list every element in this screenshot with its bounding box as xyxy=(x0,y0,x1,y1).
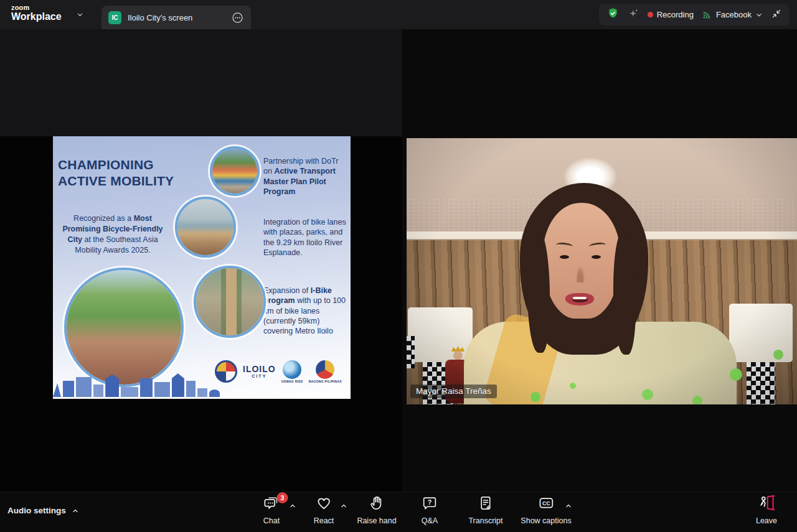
qa-icon: ? xyxy=(422,495,438,514)
tab-iloilo-city-screen[interactable]: IC Iloilo City's screen xyxy=(101,6,251,29)
chat-unread-badge: 3 xyxy=(277,492,288,503)
react-chevron-up-icon[interactable] xyxy=(340,501,347,512)
heart-react-icon xyxy=(316,495,332,514)
city-skyline-graphic xyxy=(53,368,220,397)
slide-point-dotr-partnership: Partnership with DoTr on Active Transpor… xyxy=(263,156,347,197)
slide-intro-text: Recognized as a Most Promising Bicycle-F… xyxy=(58,213,167,256)
show-captions-label: Show captions xyxy=(521,516,571,525)
show-captions-button[interactable]: CC Show captions xyxy=(521,497,571,525)
bagong-pilipinas-logo: BAGONG PILIPINAS xyxy=(309,360,342,383)
facebook-label: Facebook xyxy=(716,10,752,19)
iloilo-city-seal-logo xyxy=(215,360,237,383)
recording-dot-icon xyxy=(648,12,653,17)
workplace-wordmark: Workplace xyxy=(11,12,62,22)
raise-hand-button[interactable]: Raise hand xyxy=(357,497,396,525)
react-label: React xyxy=(314,516,334,525)
tab-title: Iloilo City's screen xyxy=(128,13,192,22)
iloilo-city-wordmark-logo: ILOILO CITY xyxy=(243,365,276,378)
transcript-icon xyxy=(477,495,494,514)
workspace-chevron-down-icon[interactable] xyxy=(76,10,84,21)
photo-river-esplanade xyxy=(175,197,236,258)
zoom-meeting-window: zoom Workplace IC Iloilo City's screen R… xyxy=(0,0,797,532)
svg-text:?: ? xyxy=(428,498,432,506)
recording-label: Recording xyxy=(657,10,694,19)
closed-captions-icon: CC xyxy=(537,494,555,514)
transcript-button[interactable]: Transcript xyxy=(468,497,502,525)
transcript-label: Transcript xyxy=(468,516,502,525)
speaker-video-tile[interactable]: Mayor Raisa Treñas xyxy=(407,138,797,404)
participant-name-tag: Mayor Raisa Treñas xyxy=(410,385,497,398)
chat-chevron-up-icon[interactable] xyxy=(289,501,296,512)
slide-logo-strip: ILOILO CITY USWAG RISE BAGONG PILIPINAS xyxy=(215,355,348,388)
screen-share-badge: IC xyxy=(108,11,121,24)
meeting-status-cluster: Recording Facebook xyxy=(599,4,790,26)
top-bar: zoom Workplace IC Iloilo City's screen R… xyxy=(0,0,797,29)
presentation-slide: CHAMPIONING ACTIVE MOBILITY Recognized a… xyxy=(53,136,351,399)
qa-label: Q&A xyxy=(422,516,438,525)
broadcast-icon xyxy=(702,9,712,20)
qa-button[interactable]: ? Q&A xyxy=(422,497,438,525)
zoom-workplace-logo: zoom Workplace xyxy=(11,4,62,22)
shared-screen-pane: CHAMPIONING ACTIVE MOBILITY Recognized a… xyxy=(0,29,402,492)
meeting-content-area: CHAMPIONING ACTIVE MOBILITY Recognized a… xyxy=(0,29,797,492)
tab-options-icon[interactable] xyxy=(231,11,244,24)
facebook-live-stream-control[interactable]: Facebook xyxy=(702,9,763,20)
right-lamp-checkered-base xyxy=(747,362,775,404)
audio-settings-label: Audio settings xyxy=(7,506,66,515)
captions-chevron-up-icon[interactable] xyxy=(565,501,572,512)
audio-settings-chevron-up-icon xyxy=(72,507,79,515)
slide-title: CHAMPIONING ACTIVE MOBILITY xyxy=(58,157,207,190)
collapse-window-icon[interactable] xyxy=(771,8,782,22)
leave-button[interactable]: Leave xyxy=(756,497,777,525)
photo-iloilo-sign-cyclist xyxy=(210,146,260,196)
speaker-video-pane: Mayor Raisa Treñas xyxy=(402,29,797,492)
leave-label: Leave xyxy=(756,516,777,525)
raise-hand-icon xyxy=(369,495,385,514)
react-button[interactable]: React xyxy=(314,497,334,525)
svg-text:CC: CC xyxy=(542,500,550,506)
ai-companion-sparkle-icon[interactable] xyxy=(628,7,639,22)
uswag-rise-logo: USWAG RISE xyxy=(281,360,303,383)
slide-point-bike-lane-integration: Integration of bike lanes with plazas, p… xyxy=(263,217,347,258)
zoom-wordmark: zoom xyxy=(11,4,62,12)
leave-door-icon xyxy=(758,494,775,514)
chat-button[interactable]: 3 Chat xyxy=(263,497,280,525)
security-shield-icon[interactable] xyxy=(606,7,620,22)
right-lamp-shade xyxy=(729,304,793,362)
chat-label: Chat xyxy=(263,516,280,525)
audio-settings-button[interactable]: Audio settings xyxy=(7,506,79,515)
photo-aerial-bike-lane xyxy=(194,266,266,338)
stream-chevron-down-icon xyxy=(755,11,763,19)
meeting-toolbar: Audio settings 3 Chat xyxy=(0,492,797,532)
slide-point-ibike-expansion: Expansion of I-Bike program with up to 1… xyxy=(263,286,347,336)
raise-hand-label: Raise hand xyxy=(357,516,396,525)
recording-indicator: Recording xyxy=(648,10,694,19)
shared-screen-letterbox xyxy=(0,29,402,136)
